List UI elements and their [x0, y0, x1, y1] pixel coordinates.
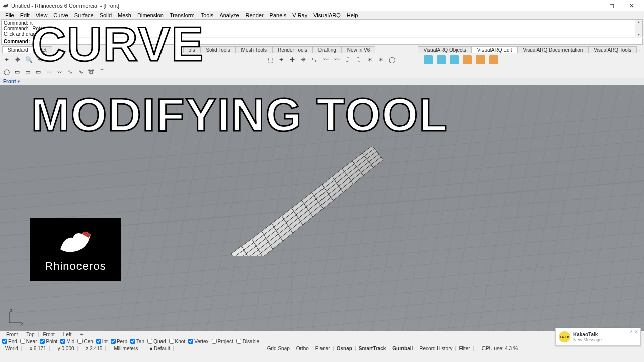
cplane-label: World	[2, 346, 22, 351]
help-icon[interactable]: ◦	[637, 47, 644, 53]
menu-render[interactable]: Render	[243, 12, 267, 18]
notification-msg: New Message	[573, 337, 602, 342]
tab-va-doc[interactable]: VisualARQ Documentation	[518, 46, 589, 53]
status-ortho[interactable]: Ortho	[293, 346, 312, 351]
status-filter[interactable]: Filter	[456, 346, 473, 351]
osnap-knot[interactable]: Knot	[169, 339, 186, 344]
command-prompt-label: Command:	[4, 39, 30, 44]
layer-label[interactable]: ■ Default	[146, 346, 174, 351]
tool-icon[interactable]: 〰	[321, 55, 330, 64]
kakao-badge-icon: TALK	[559, 331, 570, 342]
osnap-quad[interactable]: Quad	[147, 339, 166, 344]
axis-x-label: x	[21, 321, 24, 326]
notification-toast[interactable]: TALK KakaoTalk New Message ⊼✕	[555, 328, 641, 346]
menu-edit[interactable]: Edit	[17, 12, 33, 18]
view-tab-top[interactable]: Top	[22, 332, 39, 337]
svg-line-74	[0, 298, 644, 331]
tool-icon[interactable]: 〰	[332, 55, 341, 64]
osnap-cen[interactable]: Cen	[77, 339, 93, 344]
tool-icon[interactable]: ⤵	[354, 55, 363, 64]
tool-icon[interactable]: ✳	[299, 55, 308, 64]
tab-mesh-tools[interactable]: Mesh Tools	[236, 46, 272, 53]
svg-line-23	[463, 85, 513, 331]
tool-icon[interactable]: ✶	[376, 55, 385, 64]
rhino-logo: Rhinoceros	[30, 218, 121, 281]
close-icon[interactable]: ✕	[634, 329, 638, 334]
osnap-mid[interactable]: Mid	[60, 339, 74, 344]
osnap-vertex[interactable]: Vertex	[188, 339, 208, 344]
tool-icon[interactable]: ✶	[365, 55, 374, 64]
menu-visualarq[interactable]: VisualARQ	[310, 12, 344, 18]
menu-analyze[interactable]: Analyze	[216, 12, 242, 18]
menu-file[interactable]: File	[2, 12, 17, 18]
tab-new-v6[interactable]: New in V6	[342, 46, 376, 53]
view-tab-left[interactable]: Left	[59, 332, 76, 337]
menu-v-ray[interactable]: V-Ray	[289, 12, 310, 18]
svg-line-33	[614, 85, 644, 331]
osnap-point[interactable]: Point	[40, 339, 57, 344]
help-icon[interactable]: ◦	[401, 47, 409, 53]
tab-drafting[interactable]: Drafting	[313, 46, 342, 53]
tab-va-objects[interactable]: VisualARQ Objects	[418, 46, 471, 53]
osnap-tan[interactable]: Tan	[130, 339, 144, 344]
rect-icon[interactable]: ▭	[13, 68, 22, 77]
tool-icon[interactable]: ⤴	[343, 55, 352, 64]
coord-x: x 6.171	[27, 346, 50, 351]
maximize-button[interactable]: ◻	[602, 2, 622, 9]
osnap-int[interactable]: Int	[96, 339, 108, 344]
va-object-icon[interactable]	[437, 55, 446, 64]
viewport-title[interactable]: Front▾	[0, 78, 644, 85]
osnap-perp[interactable]: Perp	[111, 339, 127, 344]
ellipse-icon[interactable]: ◯	[2, 68, 11, 77]
view-tab-front[interactable]: Front	[39, 332, 59, 337]
tool-icon[interactable]: ✚	[288, 55, 297, 64]
tab-render-tools[interactable]: Render Tools	[272, 46, 313, 53]
rhino-logo-text: Rhinoceros	[45, 260, 106, 273]
pin-icon[interactable]: ⊼	[630, 329, 633, 334]
titlebar: Untitled - Rhinoceros 6 Commercial - [Fr…	[0, 0, 644, 11]
tool-icon[interactable]: ⇆	[310, 55, 319, 64]
tab-va-tools[interactable]: VisualARQ Tools	[588, 46, 637, 53]
app-icon	[2, 2, 9, 9]
osnap-end[interactable]: End	[2, 339, 17, 344]
view-tab-front[interactable]: Front	[2, 332, 22, 337]
tool-icon[interactable]: ⬚	[266, 55, 275, 64]
osnap-project[interactable]: Project	[212, 339, 233, 344]
tab-solid-tools[interactable]: Solid Tools	[200, 46, 235, 53]
va-edit-icon[interactable]	[489, 55, 498, 64]
status-planar[interactable]: Planar	[312, 346, 334, 351]
status-grid-snap[interactable]: Grid Snap	[264, 346, 293, 351]
rhino-mark-icon	[55, 227, 96, 257]
status-osnap[interactable]: Osnap	[334, 346, 356, 351]
status-gumball[interactable]: Gumball	[389, 346, 416, 351]
osnap-near[interactable]: Near	[20, 339, 37, 344]
va-object-icon[interactable]	[450, 55, 459, 64]
chevron-down-icon: ▾	[18, 79, 20, 84]
pointer-icon[interactable]: ✦	[2, 55, 11, 64]
close-button[interactable]: ✕	[622, 2, 642, 9]
tool-icon[interactable]: ✦	[277, 55, 286, 64]
tool-icon[interactable]: ◯	[387, 55, 396, 64]
viewport-tabs: FrontTopFrontLeft✦	[0, 331, 644, 338]
window-title: Untitled - Rhinoceros 6 Commercial - [Fr…	[11, 3, 582, 9]
svg-line-28	[538, 85, 589, 331]
minimize-button[interactable]: —	[582, 2, 602, 9]
osnap-disable[interactable]: Disable	[236, 339, 259, 344]
status-record-history[interactable]: Record History	[416, 346, 456, 351]
units-label[interactable]: Millimeters	[111, 346, 141, 351]
menu-help[interactable]: Help	[344, 12, 361, 18]
status-smarttrack[interactable]: SmartTrack	[356, 346, 389, 351]
va-object-icon[interactable]	[424, 55, 433, 64]
va-edit-icon[interactable]	[463, 55, 472, 64]
svg-line-75	[0, 311, 644, 331]
add-view-tab[interactable]: ✦	[76, 332, 87, 337]
menu-panels[interactable]: Panels	[267, 12, 290, 18]
pan-icon[interactable]: ✥	[13, 55, 22, 64]
tab-va-edit[interactable]: VisualARQ Edit	[472, 46, 518, 53]
svg-line-73	[0, 285, 644, 331]
overlay-title-2: MODIFYING TOOL	[31, 93, 448, 137]
scrollbar[interactable]: ▴▾	[635, 20, 642, 37]
va-edit-icon[interactable]	[476, 55, 485, 64]
tab-standard[interactable]: Standard	[2, 46, 34, 53]
svg-line-30	[569, 85, 619, 331]
